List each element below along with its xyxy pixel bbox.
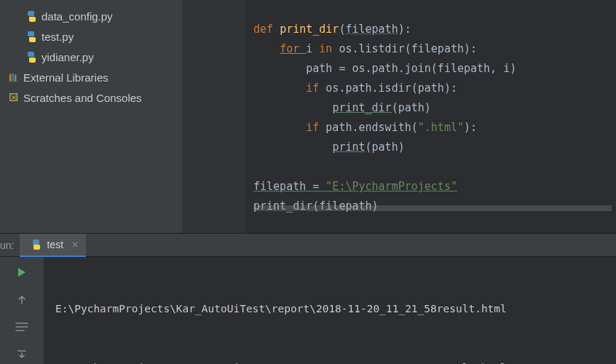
code-text[interactable]: def print_dir(filepath): (245, 20, 411, 39)
output-line: E:\PycharmProjects\Kar_AutoUiTest\report… (55, 358, 616, 364)
scratches-icon (9, 92, 19, 103)
scratches-consoles[interactable]: Scratches and Consoles (0, 87, 182, 108)
code-line[interactable]: 121 (185, 0, 616, 20)
gutter (185, 0, 245, 233)
python-file-icon (31, 240, 42, 250)
run-tab[interactable]: test ✕ (20, 234, 86, 257)
file-label: data_config.py (42, 10, 113, 23)
code-text[interactable]: print(path) (245, 138, 405, 157)
play-icon (18, 268, 25, 277)
code-line[interactable]: 122 ⊖ def print_dir(filepath): (185, 20, 616, 39)
code-line[interactable]: 129 (185, 157, 616, 177)
rerun-button[interactable] (12, 263, 32, 282)
svg-rect-0 (9, 74, 12, 82)
python-file-icon (26, 11, 37, 22)
soft-wrap-button[interactable] (12, 318, 32, 337)
function-name: print_dir (280, 23, 339, 36)
svg-rect-1 (12, 74, 14, 82)
run-toolbar: un: test ✕ (0, 233, 616, 256)
code-text[interactable]: print_dir(path) (245, 98, 431, 118)
close-icon[interactable]: ✕ (71, 240, 79, 250)
code-line[interactable]: 128 print(path) (185, 138, 616, 157)
python-file-icon (26, 31, 37, 42)
library-icon (9, 72, 19, 82)
code-line[interactable]: 130 filepath = "E:\PycharmProjects" (185, 177, 616, 197)
tree-file[interactable]: data_config.py (0, 6, 182, 26)
horizontal-scrollbar[interactable] (253, 205, 612, 211)
tree-file[interactable]: test.py (0, 26, 182, 47)
external-libraries[interactable]: External Libraries (0, 67, 182, 87)
svg-rect-2 (15, 75, 17, 82)
run-tab-label: test (47, 239, 63, 250)
run-tool-label: un: (0, 240, 20, 251)
output-line: E:\PycharmProjects\Kar_AutoUiTest\report… (55, 299, 616, 319)
up-arrow-button[interactable] (12, 290, 32, 309)
keyword: for (280, 42, 306, 55)
parameter: filepath (345, 23, 398, 36)
tree-file[interactable]: yidianer.py (0, 47, 182, 67)
file-label: yidianer.py (42, 51, 94, 63)
project-tree[interactable]: data_config.py test.py yidianer.py Exter… (0, 0, 182, 233)
code-line[interactable]: 125 ⊖ if os.path.isdir(path): (185, 79, 616, 98)
python-file-icon (26, 52, 37, 63)
run-gutter (0, 257, 44, 364)
file-label: test.py (42, 31, 74, 43)
scratches-label: Scratches and Consoles (23, 92, 142, 104)
code-text[interactable]: if os.path.isdir(path): (245, 79, 457, 98)
code-text[interactable]: path = os.path.join(filepath, i) (245, 59, 516, 79)
scroll-to-end-button[interactable] (12, 345, 32, 364)
code-line[interactable]: 124 path = os.path.join(filepath, i) (185, 59, 616, 79)
external-libs-label: External Libraries (23, 71, 108, 84)
keyword: def (253, 23, 280, 36)
code-line[interactable]: 126 print_dir(path) (185, 98, 616, 118)
code-text[interactable]: if path.endswith(".html"): (245, 118, 477, 138)
code-text[interactable]: filepath = "E:\PycharmProjects" (245, 177, 457, 197)
code-line[interactable]: 127 ⊖ if path.endswith(".html"): (185, 118, 616, 138)
code-editor[interactable]: 121 122 ⊖ def print_dir(filepath): 123 ⊖… (185, 0, 616, 233)
code-text[interactable]: for i in os.listdir(filepath): (245, 39, 477, 59)
code-line[interactable]: 123 ⊖ for i in os.listdir(filepath): (185, 39, 616, 59)
run-output[interactable]: E:\PycharmProjects\Kar_AutoUiTest\report… (44, 257, 616, 364)
